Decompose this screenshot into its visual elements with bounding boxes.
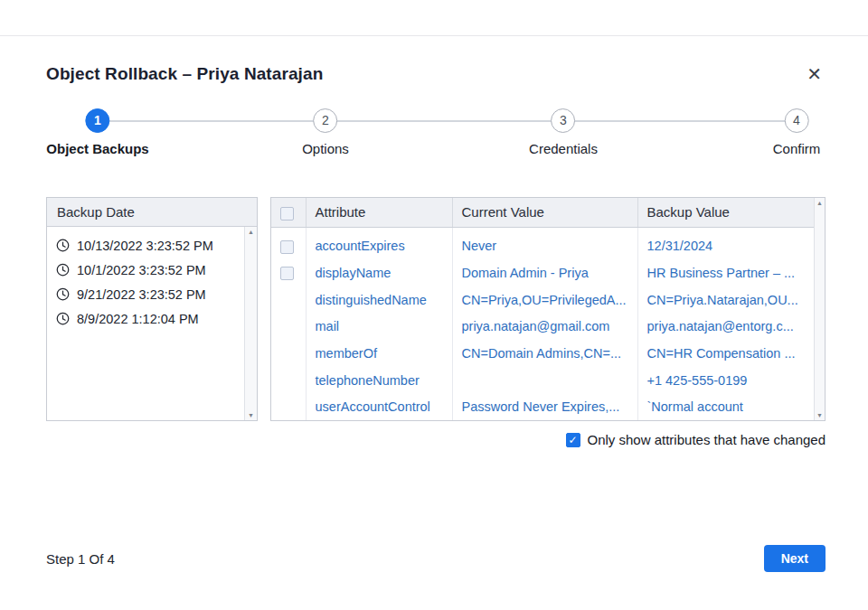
current-value <box>452 367 637 394</box>
backup-date-text: 10/13/2022 3:23:52 PM <box>77 239 213 253</box>
backup-date-item[interactable]: 10/13/2022 3:23:52 PM <box>47 233 244 258</box>
table-row[interactable]: displayName Domain Admin - Priya HR Busi… <box>271 259 814 286</box>
stepper-connector-line <box>98 120 797 122</box>
wizard-stepper: 1 Object Backups 2 Options 3 Credentials… <box>46 108 826 179</box>
attribute-name: telephoneNumber <box>306 367 452 394</box>
backup-date-list: 10/13/2022 3:23:52 PM 10/1/2022 3:23:52 … <box>47 227 244 420</box>
row-checkbox[interactable] <box>280 267 294 280</box>
step-1-circle: 1 <box>86 108 110 133</box>
clock-icon <box>56 287 70 301</box>
backup-value: priya.natajan@entorg.c... <box>637 313 814 340</box>
backup-value: +1 425-555-0199 <box>637 367 814 394</box>
backup-value: `Normal account <box>637 393 814 420</box>
backup-date-text: 10/1/2022 3:23:52 PM <box>77 263 206 277</box>
current-value: Never <box>452 233 637 260</box>
backup-date-item[interactable]: 8/9/2022 1:12:04 PM <box>47 306 244 331</box>
attributes-table-scrollbar[interactable]: ▲ ▼ <box>814 198 825 420</box>
step-object-backups[interactable]: 1 Object Backups <box>46 108 148 156</box>
step-2-label: Options <box>302 141 349 156</box>
only-changed-label: Only show attributes that have changed <box>588 432 826 447</box>
attributes-table: Attribute Current Value Backup Value acc… <box>271 198 814 420</box>
backup-date-header: Backup Date <box>47 204 135 220</box>
backup-date-item[interactable]: 10/1/2022 3:23:52 PM <box>47 258 244 282</box>
step-progress-text: Step 1 Of 4 <box>46 551 115 567</box>
table-row[interactable]: accountExpires Never 12/31/2024 <box>271 233 814 260</box>
step-options[interactable]: 2 Options <box>302 108 349 156</box>
select-all-checkbox[interactable] <box>280 207 294 221</box>
scroll-down-icon[interactable]: ▼ <box>248 412 254 418</box>
step-2-circle: 2 <box>313 108 337 133</box>
only-changed-checkbox[interactable]: ✓ <box>566 433 580 447</box>
current-value: CN=Priya,OU=PrivilegedA... <box>452 286 637 314</box>
backup-date-text: 9/21/2022 3:23:52 PM <box>77 287 206 302</box>
backup-date-item[interactable]: 9/21/2022 3:23:52 PM <box>47 282 244 306</box>
attribute-name: userAccountControl <box>306 393 452 420</box>
scroll-up-icon[interactable]: ▲ <box>248 229 254 235</box>
attribute-name: mail <box>306 313 452 340</box>
step-3-label: Credentials <box>529 141 598 156</box>
table-row[interactable]: distinguishedName CN=Priya,OU=Privileged… <box>271 286 814 314</box>
backup-date-text: 8/9/2022 1:12:04 PM <box>77 312 199 326</box>
backup-list-scrollbar[interactable]: ▲ ▼ <box>244 227 257 420</box>
step-confirm[interactable]: 4 Confirm <box>773 108 821 156</box>
row-checkbox[interactable] <box>280 240 294 254</box>
next-button[interactable]: Next <box>764 545 826 572</box>
current-value: Password Never Expires,... <box>452 393 637 420</box>
backup-value: 12/31/2024 <box>637 233 814 260</box>
clock-icon <box>56 312 70 325</box>
top-bar <box>0 0 868 36</box>
step-1-label: Object Backups <box>46 141 148 156</box>
step-credentials[interactable]: 3 Credentials <box>529 108 598 156</box>
table-row[interactable]: userAccountControl Password Never Expire… <box>271 393 814 420</box>
page-title: Object Rollback – Priya Natarajan <box>46 64 323 84</box>
attribute-name: accountExpires <box>306 233 452 260</box>
current-value: CN=Domain Admins,CN=... <box>452 340 637 367</box>
backup-value: CN=Priya.Natarajan,OU... <box>637 286 814 314</box>
spacer-row <box>271 227 814 233</box>
scroll-up-icon[interactable]: ▲ <box>816 200 823 206</box>
step-4-label: Confirm <box>773 141 821 156</box>
backup-value: CN=HR Compensation ... <box>637 340 814 367</box>
attribute-name: displayName <box>306 259 452 286</box>
step-4-circle: 4 <box>784 108 808 133</box>
scroll-down-icon[interactable]: ▼ <box>816 412 823 418</box>
column-header-backup-value[interactable]: Backup Value <box>637 198 814 227</box>
current-value: Domain Admin - Priya <box>452 259 637 286</box>
column-header-attribute[interactable]: Attribute <box>306 198 452 227</box>
table-row[interactable]: mail priya.natajan@gmail.com priya.nataj… <box>271 313 814 340</box>
backup-date-panel: Backup Date 10/13/2022 3:23:52 PM 10/1/2… <box>46 197 258 421</box>
backup-value: HR Business Partner – ... <box>637 259 814 286</box>
column-header-current-value[interactable]: Current Value <box>452 198 637 227</box>
clock-icon <box>56 239 70 252</box>
close-icon[interactable]: ✕ <box>803 61 826 87</box>
step-3-circle: 3 <box>552 108 576 133</box>
object-rollback-dialog: Object Rollback – Priya Natarajan ✕ 1 Ob… <box>0 36 868 572</box>
attribute-name: distinguishedName <box>306 286 452 314</box>
attribute-name: memberOf <box>306 340 452 367</box>
attributes-panel: Attribute Current Value Backup Value acc… <box>270 197 826 421</box>
clock-icon <box>56 263 70 277</box>
current-value: priya.natajan@gmail.com <box>452 313 637 340</box>
table-row[interactable]: telephoneNumber +1 425-555-0199 <box>271 367 814 394</box>
table-row[interactable]: memberOf CN=Domain Admins,CN=... CN=HR C… <box>271 340 814 367</box>
